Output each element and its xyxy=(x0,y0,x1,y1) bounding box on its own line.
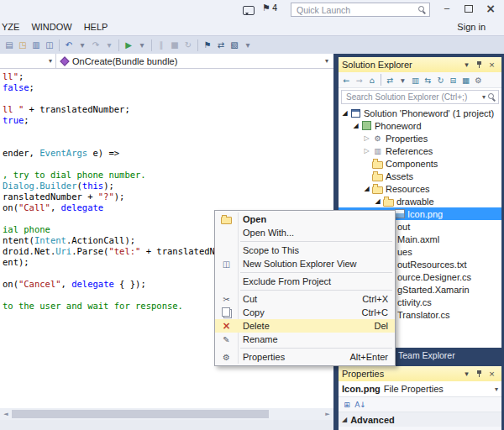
menu-item-scope-to-this[interactable]: Scope to This xyxy=(215,244,395,257)
navigate-icon[interactable]: ⇄ xyxy=(214,37,228,54)
stop-debug-icon[interactable]: ■ xyxy=(168,37,181,54)
tree-item-assets[interactable]: Assets xyxy=(339,170,501,182)
tree-item-resources[interactable]: ◢Resources xyxy=(339,182,501,195)
pin-icon[interactable] xyxy=(473,367,486,380)
pin-icon[interactable] xyxy=(473,58,486,71)
menu-item-label: Scope to This xyxy=(238,245,388,255)
sort-alphabetical-icon[interactable]: A↓ xyxy=(354,401,366,409)
tab-team-explorer[interactable]: Team Explorer xyxy=(398,350,455,360)
tree-item-phoneword[interactable]: ◢Phoneword xyxy=(339,119,501,132)
properties-window-icon[interactable]: ⚙ xyxy=(472,76,485,85)
menu-item-window[interactable]: WINDOW xyxy=(25,18,77,35)
tree-item-references[interactable]: ▷References xyxy=(339,144,501,157)
types-dropdown[interactable]: ▾ xyxy=(0,54,56,68)
refresh-icon[interactable]: ↻ xyxy=(434,76,447,85)
advanced-section-row[interactable]: ◢ Advanced xyxy=(339,412,501,427)
scrollbar-thumb[interactable] xyxy=(12,410,269,418)
close-button[interactable]: × xyxy=(480,0,501,17)
properties-header[interactable]: Properties ▾ × xyxy=(339,366,501,381)
expanded-expander-icon[interactable]: ◢ xyxy=(373,197,382,205)
menu-separator xyxy=(240,241,392,242)
back-icon[interactable]: ← xyxy=(340,76,353,85)
menu-item-open[interactable]: Open xyxy=(215,212,395,226)
menu-item-new-solution-explorer-view[interactable]: ◫New Solution Explorer View xyxy=(215,257,395,270)
menu-bar: YZE WINDOW HELP Sign in xyxy=(0,18,504,35)
solution-icon xyxy=(349,108,362,118)
window-position-icon[interactable]: ▾ xyxy=(460,58,473,71)
search-options-chevron-icon[interactable]: ▾ xyxy=(482,93,486,101)
quick-launch-input[interactable] xyxy=(295,4,418,16)
menu-item-open-with[interactable]: Open With... xyxy=(215,226,395,239)
save-all-icon[interactable]: ◫ xyxy=(43,37,56,54)
horizontal-scrollbar[interactable]: ◄ ► xyxy=(0,408,333,420)
tree-item-drawable[interactable]: ◢drawable xyxy=(339,195,501,207)
switch-views-dropdown-icon[interactable]: ▾ xyxy=(396,76,409,85)
notifications-flag-icon[interactable]: ⚑4 xyxy=(262,3,277,13)
open-file-icon[interactable]: ◳ xyxy=(16,37,29,54)
expanded-expander-icon[interactable]: ◢ xyxy=(340,109,349,117)
members-dropdown[interactable]: OnCreate(Bundle bundle) ▾ xyxy=(56,54,333,68)
forward-icon[interactable]: → xyxy=(353,76,365,85)
solution-explorer-header[interactable]: Solution Explorer ▾ × xyxy=(339,57,501,72)
expanded-expander-icon[interactable]: ◢ xyxy=(362,185,371,192)
debug-dropdown-icon[interactable]: ▾ xyxy=(135,37,149,54)
redo-icon[interactable]: ↷ xyxy=(89,37,102,54)
menu-item-properties[interactable]: ⚙PropertiesAlt+Enter xyxy=(215,350,395,364)
solution-search-box[interactable]: ▾ xyxy=(341,90,499,104)
scroll-left-icon[interactable]: ◄ xyxy=(0,411,12,417)
menu-item-cut[interactable]: ✂CutCtrl+X xyxy=(215,292,395,306)
collapse-all-icon[interactable]: ⊟ xyxy=(447,76,459,85)
collapsed-expander-icon[interactable]: ▷ xyxy=(362,134,371,142)
quick-launch-box[interactable] xyxy=(291,3,430,17)
toolbar-separator xyxy=(381,74,381,86)
sync-active-document-icon[interactable]: ⇆ xyxy=(422,76,434,85)
start-debug-icon[interactable]: ▶ xyxy=(122,37,135,54)
redo-dropdown-icon[interactable]: ▾ xyxy=(102,37,116,54)
collapsed-expander-icon[interactable]: ▷ xyxy=(362,147,371,155)
undo-icon[interactable]: ↶ xyxy=(62,37,76,54)
sign-in-link[interactable]: Sign in xyxy=(457,22,486,32)
properties-icon: ⚙ xyxy=(215,353,238,362)
advanced-expander-icon[interactable]: ◢ xyxy=(342,416,347,423)
code-line: ll"; xyxy=(3,71,333,82)
menu-item-rename[interactable]: ✎Rename xyxy=(215,333,395,346)
bookmark-icon[interactable]: ⚑ xyxy=(201,37,214,54)
scroll-right-icon[interactable]: ► xyxy=(322,411,333,417)
chevron-down-icon[interactable]: ▾ xyxy=(495,385,498,393)
expanded-expander-icon[interactable]: ◢ xyxy=(351,122,360,129)
break-all-icon[interactable]: ∥ xyxy=(155,37,168,54)
solution-search-input[interactable] xyxy=(344,92,482,102)
menu-item-analyze-partial[interactable]: YZE xyxy=(0,18,25,35)
pending-changes-icon[interactable]: ▥ xyxy=(409,76,422,85)
save-icon[interactable]: ▥ xyxy=(29,37,43,54)
code-line: , try to dial phone number. xyxy=(3,170,333,181)
categorized-icon[interactable]: ⊞ xyxy=(341,401,353,409)
toolbar-separator xyxy=(151,39,152,51)
new-project-icon[interactable]: ▤ xyxy=(3,37,16,54)
close-icon[interactable]: × xyxy=(486,58,498,71)
minimize-button[interactable]: ─ xyxy=(436,0,458,17)
properties-toolbar: ⊞ A↓ xyxy=(339,397,501,412)
switch-views-icon[interactable]: ⇄ xyxy=(384,76,396,85)
comment-icon[interactable]: ▧ xyxy=(228,37,241,54)
show-all-files-icon[interactable]: ▦ xyxy=(459,76,472,85)
feedback-icon[interactable] xyxy=(243,6,255,15)
window-position-icon[interactable]: ▾ xyxy=(460,367,473,380)
restore-button[interactable] xyxy=(458,0,480,17)
code-line: ender, EventArgs e) => xyxy=(3,148,333,159)
menu-item-delete[interactable]: ×DeleteDel xyxy=(215,319,395,333)
tree-item-properties[interactable]: ▷Properties xyxy=(339,132,501,144)
undo-dropdown-icon[interactable]: ▾ xyxy=(76,37,89,54)
tree-item-solution-phoneword-1-project[interactable]: ◢Solution 'Phoneword' (1 project) xyxy=(339,107,501,119)
close-icon[interactable]: × xyxy=(486,367,498,380)
panel-title: Properties xyxy=(342,369,460,379)
menu-item-help[interactable]: HELP xyxy=(78,18,114,35)
home-icon[interactable]: ⌂ xyxy=(365,76,378,85)
standard-toolbar: ▤◳▥◫↶▾↷▾▶▾∥■↻⚑⇄▧▾ xyxy=(0,35,504,54)
menu-item-copy[interactable]: CopyCtrl+C xyxy=(215,306,395,319)
properties-object-selector[interactable]: Icon.png File Properties ▾ xyxy=(339,381,501,397)
tree-item-components[interactable]: Components xyxy=(339,157,501,170)
options-dropdown-icon[interactable]: ▾ xyxy=(241,37,255,54)
menu-item-exclude-from-project[interactable]: Exclude From Project xyxy=(215,275,395,288)
restart-icon[interactable]: ↻ xyxy=(181,37,195,54)
